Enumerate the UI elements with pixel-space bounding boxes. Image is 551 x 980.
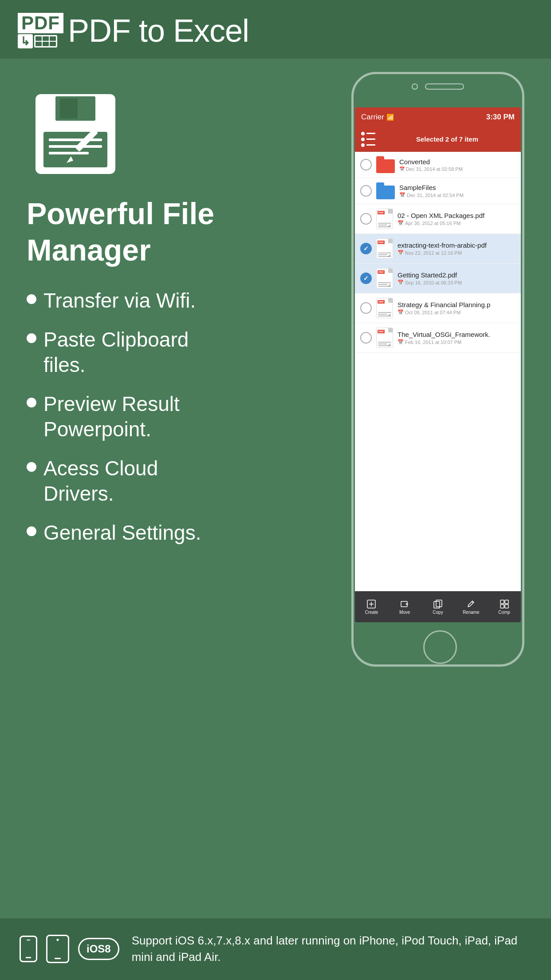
pdf-logo-icon: PDF ↳ <box>18 13 63 48</box>
footer-support-text: Support iOS 6.x,7.x,8.x and later runnin… <box>132 933 531 966</box>
status-bar: Carrier 📶 3:30 PM <box>355 107 521 127</box>
left-panel: Powerful File Manager Transfer via Wifi.… <box>27 81 342 980</box>
excel-icon <box>34 35 57 47</box>
svg-rect-1 <box>43 132 107 167</box>
move-label: Move <box>399 610 410 615</box>
cal-icon-gettingstarted: 📅 <box>398 280 404 285</box>
cal-icon-openxml: 📅 <box>398 220 404 226</box>
file-name-converted: Converted <box>399 158 516 166</box>
bullet-clipboard <box>27 333 36 343</box>
create-label: Create <box>365 610 378 615</box>
content-area: Powerful File Manager Transfer via Wifi.… <box>0 59 551 980</box>
camera-dot <box>412 83 418 90</box>
pdf-icon-openxml: PDF <box>376 209 393 229</box>
toolbar-move-btn[interactable]: Move <box>388 591 421 622</box>
nav-bar: Selected 2 of 7 item <box>355 127 521 152</box>
checkbox-samplefiles[interactable] <box>360 185 372 197</box>
compress-label: Comp <box>498 610 510 615</box>
feature-cloud: Acess CloudDrivers. <box>27 456 201 507</box>
home-button[interactable] <box>423 630 457 664</box>
file-info-samplefiles: SampleFiles 📅 Dec 31, 2014 at 02:54 PM <box>399 184 516 198</box>
bullet-settings <box>27 526 36 536</box>
file-item-openxml[interactable]: PDF 02 - Open X <box>355 204 521 234</box>
features-list: Transfer via Wifi. Paste Clipboardfiles.… <box>27 288 201 545</box>
phone-screen: Carrier 📶 3:30 PM <box>355 107 521 622</box>
feature-wifi: Transfer via Wifi. <box>27 288 201 314</box>
pdf-icon-extracting: PDF <box>376 238 393 259</box>
toolbar-create-btn[interactable]: Create <box>355 591 388 622</box>
toolbar-copy-btn[interactable]: Copy <box>421 591 455 622</box>
file-list[interactable]: Converted 📅 Dec 31, 2014 at 02:58 PM <box>355 152 521 353</box>
file-info-extracting: extracting-text-from-arabic-pdf 📅 Nov 22… <box>398 241 516 256</box>
checkbox-openxml[interactable] <box>360 213 372 225</box>
file-item-gettingstarted[interactable]: ✓ PDF <box>355 264 521 293</box>
svg-rect-19 <box>500 605 504 608</box>
file-date-strategy: 📅 Oct 09, 2011 at 07:44 PM <box>398 309 516 315</box>
cal-icon-samplefiles: 📅 <box>399 192 405 198</box>
file-info-strategy: Strategy & Financial Planning.p 📅 Oct 09… <box>398 301 516 315</box>
floppy-disk-icon <box>31 90 120 180</box>
cal-icon-converted: 📅 <box>399 166 405 171</box>
wifi-icon: 📶 <box>386 114 394 121</box>
bottom-toolbar: Create Move <box>355 591 521 622</box>
checkbox-extracting[interactable]: ✓ <box>360 243 372 254</box>
toolbar-rename-btn[interactable]: Rename <box>454 591 488 622</box>
file-item-strategy[interactable]: PDF Strategy & <box>355 293 521 323</box>
svg-rect-2 <box>49 138 102 141</box>
file-date-converted: 📅 Dec 31, 2014 at 02:58 PM <box>399 166 516 172</box>
file-name-samplefiles: SampleFiles <box>399 184 516 191</box>
bullet-preview <box>27 398 36 407</box>
pdf-icon-virtualosgi: PDF <box>376 328 393 348</box>
checkbox-gettingstarted[interactable]: ✓ <box>360 273 372 284</box>
phone-top-area <box>351 83 524 90</box>
bullet-wifi <box>27 294 36 304</box>
cal-icon-extracting: 📅 <box>398 250 404 256</box>
speaker-grille <box>425 83 464 90</box>
device-icons-group: iOS8 <box>20 935 119 963</box>
file-date-openxml: 📅 Apr 30, 2012 at 05:16 PM <box>398 220 516 226</box>
svg-rect-6 <box>60 99 78 119</box>
app-header: PDF ↳ PDF to Excel <box>0 0 551 59</box>
svg-rect-18 <box>505 600 508 604</box>
header-title: PDF to Excel <box>68 12 249 49</box>
file-info-converted: Converted 📅 Dec 31, 2014 at 02:58 PM <box>399 158 516 172</box>
main-title: Powerful File Manager <box>27 196 342 268</box>
file-name-strategy: Strategy & Financial Planning.p <box>398 301 516 308</box>
pdf-icon-gettingstarted: PDF <box>376 268 393 288</box>
iphone-device-icon <box>20 936 37 962</box>
file-item-extracting[interactable]: ✓ PDF <box>355 234 521 264</box>
file-date-samplefiles: 📅 Dec 31, 2014 at 02:54 PM <box>399 192 516 198</box>
file-info-gettingstarted: Getting Started2.pdf 📅 Sep 16, 2010 at 0… <box>398 271 516 285</box>
file-info-virtualosgi: The_Virtual_OSGi_Framework. 📅 Feb 16, 20… <box>398 331 516 345</box>
feature-clipboard: Paste Clipboardfiles. <box>27 327 201 378</box>
file-date-virtualosgi: 📅 Feb 16, 2011 at 10:07 PM <box>398 339 516 345</box>
feature-preview: Preview ResultPowerpoint. <box>27 391 201 443</box>
ipad-device-icon <box>46 935 69 963</box>
checkbox-strategy[interactable] <box>360 302 372 314</box>
feature-settings: General Settings. <box>27 520 201 546</box>
page-wrapper: PDF ↳ PDF to Excel <box>0 0 551 980</box>
file-name-extracting: extracting-text-from-arabic-pdf <box>398 241 516 249</box>
file-item-samplefiles[interactable]: SampleFiles 📅 Dec 31, 2014 at 02:54 PM <box>355 178 521 204</box>
file-item-virtualosgi[interactable]: PDF The_Virtual <box>355 323 521 353</box>
svg-rect-17 <box>500 600 504 604</box>
folder-red-icon <box>376 156 395 173</box>
arrow-icon: ↳ <box>18 34 33 48</box>
nav-menu-icon[interactable] <box>361 132 376 147</box>
pdf-text: PDF <box>18 13 63 33</box>
footer: iOS8 Support iOS 6.x,7.x,8.x and later r… <box>0 918 551 980</box>
svg-rect-3 <box>49 145 102 148</box>
cal-icon-strategy: 📅 <box>398 309 404 315</box>
carrier-label: Carrier 📶 <box>361 113 394 122</box>
svg-rect-4 <box>49 152 89 154</box>
file-date-extracting: 📅 Nov 22, 2012 at 12:16 PM <box>398 250 516 256</box>
toolbar-compress-btn[interactable]: Comp <box>488 591 521 622</box>
bullet-cloud <box>27 462 36 472</box>
file-item-converted[interactable]: Converted 📅 Dec 31, 2014 at 02:58 PM <box>355 152 521 178</box>
ios8-badge: iOS8 <box>78 938 119 960</box>
checkbox-virtualosgi[interactable] <box>360 332 372 344</box>
empty-space <box>355 353 521 442</box>
copy-label: Copy <box>433 610 443 615</box>
checkbox-converted[interactable] <box>360 159 372 170</box>
app-logo: PDF ↳ PDF to Excel <box>18 12 249 49</box>
